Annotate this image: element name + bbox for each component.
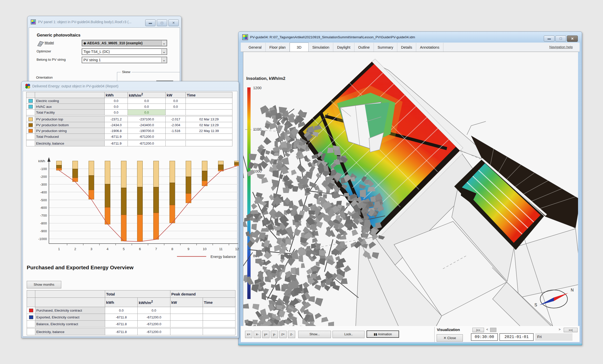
svg-text:2: 2 — [74, 247, 76, 251]
svg-text:7: 7 — [155, 247, 157, 251]
svg-text:10: 10 — [203, 247, 206, 251]
svg-text:-300: -300 — [40, 183, 47, 186]
svg-text:8: 8 — [171, 247, 173, 251]
svg-text:3: 3 — [91, 247, 93, 251]
svg-text:1: 1 — [58, 247, 60, 251]
svg-text:9: 9 — [188, 247, 190, 251]
svg-text:Energy balance: Energy balance — [210, 255, 236, 259]
svg-text:4: 4 — [107, 247, 109, 251]
svg-text:-1000: -1000 — [38, 237, 47, 241]
svg-text:-600: -600 — [40, 206, 47, 210]
svg-text:-100: -100 — [40, 167, 47, 171]
svg-text:-800: -800 — [40, 221, 47, 225]
svg-text:S: S — [534, 303, 537, 307]
svg-text:5: 5 — [123, 247, 125, 251]
svg-text:Insolation, kWh/m2: Insolation, kWh/m2 — [246, 76, 285, 81]
svg-text:1200: 1200 — [253, 86, 261, 90]
svg-text:11: 11 — [219, 247, 223, 251]
svg-text:-700: -700 — [40, 214, 47, 217]
svg-text:N: N — [571, 288, 574, 292]
svg-text:kWh: kWh — [38, 159, 45, 163]
svg-text:1100: 1100 — [253, 127, 261, 131]
svg-text:12: 12 — [235, 247, 239, 251]
svg-text:-200: -200 — [40, 175, 47, 179]
svg-text:6: 6 — [139, 247, 141, 251]
svg-text:-500: -500 — [40, 198, 47, 202]
svg-text:-400: -400 — [40, 190, 47, 194]
svg-text:-900: -900 — [40, 229, 47, 233]
